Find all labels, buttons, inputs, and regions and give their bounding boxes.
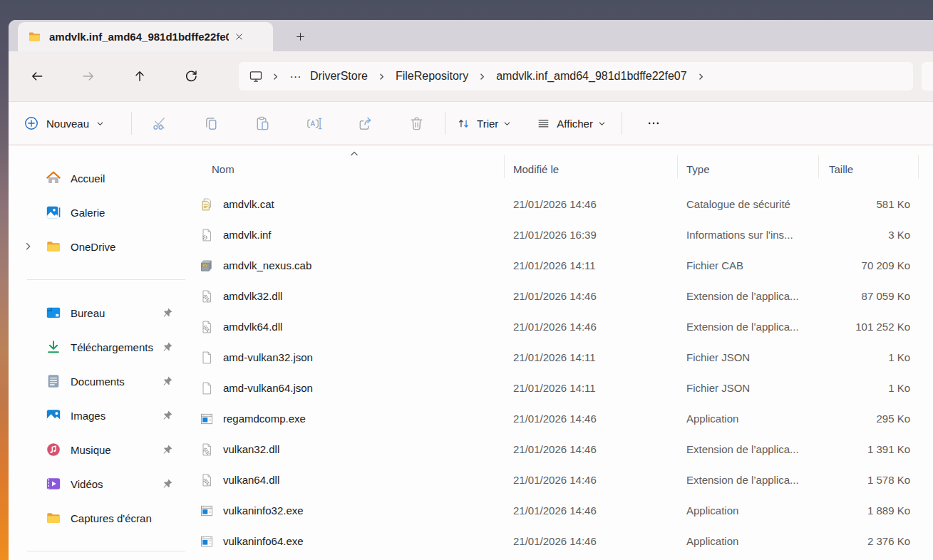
file-modified: 21/01/2026 14:46 <box>504 504 677 517</box>
sidebar-item-musique[interactable]: Musique <box>9 432 185 467</box>
security-catalog-file-icon <box>200 197 214 212</box>
exe-file-icon <box>200 504 214 518</box>
file-size: 1 Ko <box>818 382 910 394</box>
clipboard-icon <box>254 115 271 132</box>
view-button[interactable]: Afficher <box>537 117 606 130</box>
breadcrumb-filerepository[interactable]: FileRepository <box>391 68 473 85</box>
file-row[interactable]: amdvlk.inf 21/01/2026 16:39 Informations… <box>185 219 910 250</box>
close-icon <box>234 32 244 41</box>
plus-circle-icon <box>24 115 39 131</box>
up-button[interactable] <box>128 64 152 88</box>
file-name: amdvlk_nexus.cab <box>223 259 311 271</box>
breadcrumb-driverstore[interactable]: DriverStore <box>306 68 372 85</box>
close-tab-button[interactable] <box>229 27 249 47</box>
file-type: Extension de l’applica... <box>677 443 818 455</box>
file-name: vulkaninfo32.exe <box>223 504 304 517</box>
sidebar-item-label: Téléchargements <box>71 341 153 353</box>
sidebar-item-bureau[interactable]: Bureau <box>9 296 185 330</box>
file-row[interactable]: vulkaninfo32.exe 21/01/2026 14:46 Applic… <box>185 495 910 526</box>
exe-file-icon <box>200 534 214 549</box>
download-icon <box>46 339 61 355</box>
column-header-taille[interactable]: Taille <box>818 163 910 175</box>
exe-file-icon <box>200 412 214 426</box>
column-header-type[interactable]: Type <box>677 163 818 175</box>
sidebar-item-captures-ecran[interactable]: Captures d'écran <box>9 501 185 535</box>
new-tab-button[interactable] <box>289 25 311 48</box>
file-modified: 21/01/2026 14:46 <box>504 198 677 210</box>
file-row[interactable]: regamdcomp.exe 21/01/2026 14:46 Applicat… <box>185 403 910 434</box>
plus-icon <box>295 31 306 42</box>
breadcrumb-ellipsis[interactable]: … <box>285 67 306 85</box>
sidebar-item-galerie[interactable]: Galerie <box>9 195 185 229</box>
file-row[interactable]: vulkan64.dll 21/01/2026 14:46 Extension … <box>185 465 910 495</box>
copy-button[interactable] <box>197 109 225 138</box>
command-toolbar: Nouveau Trier Afficher <box>9 102 933 145</box>
column-header-modifie-le[interactable]: Modifié le <box>504 163 677 175</box>
file-name: regamdcomp.exe <box>223 413 306 425</box>
file-size: 295 Ko <box>818 413 910 425</box>
toolbar-separator <box>622 112 622 135</box>
trash-icon <box>408 115 425 132</box>
paste-button[interactable] <box>248 109 277 138</box>
breadcrumb-current-folder[interactable]: amdvlk.inf_amd64_981d1bdffe22fe07 <box>492 68 691 85</box>
file-size: 1 889 Ko <box>818 504 910 517</box>
file-row[interactable]: amdvlk.cat 21/01/2026 14:46 Catalogue de… <box>185 189 910 219</box>
file-row[interactable]: amdvlk32.dll 21/01/2026 14:46 Extension … <box>185 281 910 311</box>
sidebar-separator <box>27 551 185 551</box>
file-name: vulkan64.dll <box>223 474 279 486</box>
file-size: 87 059 Ko <box>818 290 910 302</box>
file-row[interactable]: vulkaninfo64.exe 21/01/2026 14:46 Applic… <box>185 526 910 556</box>
music-icon <box>46 442 61 457</box>
share-button[interactable] <box>351 109 379 138</box>
file-size: 70 209 Ko <box>818 259 910 271</box>
toolbar-separator <box>131 112 132 135</box>
sidebar-item-onedrive[interactable]: OneDrive <box>9 229 185 264</box>
file-modified: 21/01/2026 14:46 <box>504 413 677 425</box>
refresh-button[interactable] <box>179 64 203 88</box>
dll-file-icon <box>200 320 214 334</box>
column-header-nom[interactable]: Nom <box>185 163 504 175</box>
setup-information-file-icon <box>200 228 214 242</box>
file-row[interactable]: vulkan32.dll 21/01/2026 14:46 Extension … <box>185 434 910 465</box>
forward-icon <box>81 69 96 83</box>
folder-icon <box>46 239 61 254</box>
cut-button[interactable] <box>145 109 174 138</box>
expand-chevron-icon[interactable] <box>24 242 33 251</box>
sidebar-item-label: Captures d'écran <box>71 512 152 524</box>
file-row[interactable]: amd-vulkan32.json 21/01/2026 14:11 Fichi… <box>185 342 910 373</box>
delete-button[interactable] <box>402 109 431 138</box>
sort-arrows-icon <box>457 117 470 130</box>
sidebar-item-label: Accueil <box>71 172 105 185</box>
copy-icon <box>203 115 220 132</box>
file-row[interactable]: amdvlk64.dll 21/01/2026 14:46 Extension … <box>185 311 910 342</box>
file-row[interactable]: amdvlk_nexus.cab 21/01/2026 14:11 Fichie… <box>185 250 910 281</box>
back-button[interactable] <box>25 64 49 88</box>
explorer-tab[interactable]: amdvlk.inf_amd64_981d1bdffe22fe07 <box>18 22 273 51</box>
sidebar-item-videos[interactable]: Vidéos <box>9 467 185 501</box>
file-type: Extension de l’applica... <box>677 321 818 333</box>
view-lines-icon <box>537 117 550 130</box>
sidebar-item-telechargements[interactable]: Téléchargements <box>9 330 185 364</box>
rename-button[interactable] <box>299 109 328 138</box>
file-modified: 21/01/2026 14:46 <box>504 321 677 333</box>
file-list-area: Nom Modifié le Type Taille amdvlk.cat 21… <box>185 145 933 560</box>
file-modified: 21/01/2026 14:11 <box>504 351 677 363</box>
sidebar-item-images[interactable]: Images <box>9 398 185 432</box>
navigation-pane: Accueil Galerie OneDrive Bureau Téléchar… <box>9 145 185 560</box>
file-type: Informations sur l'ins... <box>677 229 818 241</box>
file-modified: 21/01/2026 14:46 <box>504 474 677 486</box>
search-box-partial[interactable] <box>922 62 933 90</box>
file-type: Fichier JSON <box>677 382 818 394</box>
sort-button[interactable]: Trier <box>457 117 511 130</box>
new-button-label: Nouveau <box>46 118 89 130</box>
address-bar[interactable]: … DriverStore FileRepository amdvlk.inf_… <box>239 62 913 90</box>
sidebar-item-documents[interactable]: Documents <box>9 364 185 398</box>
sidebar-item-accueil[interactable]: Accueil <box>9 161 185 195</box>
scissors-icon <box>152 115 168 132</box>
more-options-button[interactable] <box>639 109 668 138</box>
file-modified: 21/01/2026 14:11 <box>504 382 677 394</box>
file-row[interactable]: amd-vulkan64.json 21/01/2026 14:11 Fichi… <box>185 373 910 403</box>
new-button[interactable]: Nouveau <box>24 115 104 131</box>
home-icon <box>46 170 61 186</box>
forward-button[interactable] <box>76 64 100 88</box>
